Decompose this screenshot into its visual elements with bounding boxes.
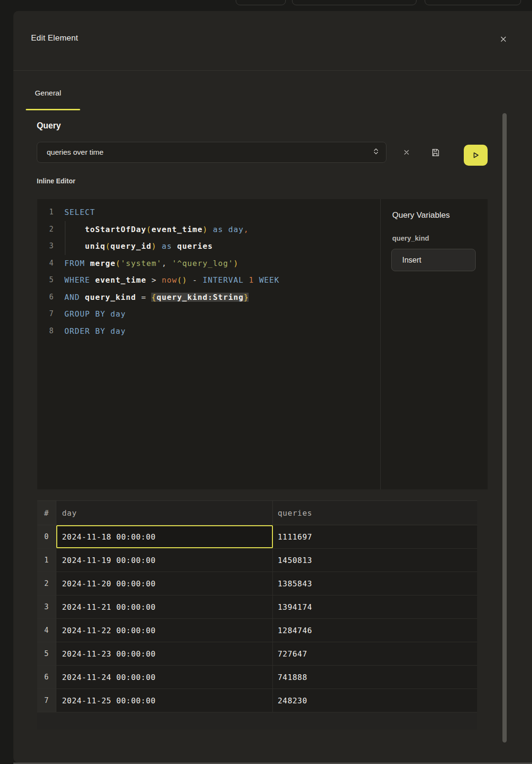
sql-code-editor[interactable]: 1SELECT2 toStartOfDay(event_time) as day… xyxy=(37,199,380,489)
code-lines: 1SELECT2 toStartOfDay(event_time) as day… xyxy=(37,204,380,340)
row-index: 0 xyxy=(37,525,56,548)
query-select[interactable]: queries over time xyxy=(37,142,386,163)
cell-day[interactable]: 2024-11-25 00:00:00 xyxy=(56,689,273,712)
variable-name-label: query_kind xyxy=(392,234,488,242)
chevron-up-down-icon xyxy=(373,148,379,157)
code-text: SELECT xyxy=(64,204,95,221)
code-line: 4FROM merge('system', '^query_log') xyxy=(37,255,380,272)
code-line: 2 toStartOfDay(event_time) as day, xyxy=(37,221,380,238)
header-divider xyxy=(13,70,532,71)
cell-queries[interactable]: 1284746 xyxy=(273,619,477,642)
background-tab-outline xyxy=(425,0,521,5)
table-footer-band xyxy=(37,712,477,730)
save-floppy-icon xyxy=(430,148,440,158)
cell-day[interactable]: 2024-11-19 00:00:00 xyxy=(56,549,273,572)
column-header-day: day xyxy=(56,501,273,525)
page-title: Edit Element xyxy=(31,33,78,43)
close-button[interactable] xyxy=(496,32,511,46)
query-variables-panel: Query Variables query_kindInsert xyxy=(381,199,488,489)
code-text: AND query_kind = {query_kind:String} xyxy=(64,289,249,306)
row-index: 1 xyxy=(37,549,56,572)
table-row: 72024-11-25 00:00:00248230 xyxy=(37,689,477,712)
line-number: 5 xyxy=(37,272,53,289)
results-table: # day queries 02024-11-18 00:00:00111169… xyxy=(37,500,477,730)
row-index: 3 xyxy=(37,595,56,618)
close-icon xyxy=(500,36,507,42)
query-variables-title: Query Variables xyxy=(392,211,488,220)
cell-queries[interactable]: 741888 xyxy=(273,666,477,689)
run-query-button[interactable] xyxy=(464,145,488,166)
code-text: toStartOfDay(event_time) as day, xyxy=(64,221,249,238)
table-row: 32024-11-21 00:00:001394174 xyxy=(37,595,477,619)
code-line: 1SELECT xyxy=(37,204,380,221)
code-text: WHERE event_time > now() - INTERVAL 1 WE… xyxy=(64,272,280,289)
line-number: 1 xyxy=(37,204,53,221)
table-header: # day queries xyxy=(37,500,477,525)
line-number: 8 xyxy=(37,323,53,340)
cell-day[interactable]: 2024-11-20 00:00:00 xyxy=(56,572,273,595)
background-tab-outline xyxy=(292,0,417,5)
code-line: 8ORDER BY day xyxy=(37,323,380,340)
line-number: 3 xyxy=(37,238,53,255)
line-number: 4 xyxy=(37,255,53,272)
indent-guide xyxy=(65,221,65,255)
play-icon xyxy=(471,150,480,160)
code-text: FROM merge('system', '^query_log') xyxy=(64,255,239,272)
cell-queries[interactable]: 1394174 xyxy=(273,595,477,618)
cell-queries[interactable]: 1385843 xyxy=(273,572,477,595)
code-line: 6AND query_kind = {query_kind:String} xyxy=(37,289,380,306)
line-number: 2 xyxy=(37,221,53,238)
insert-variable-button[interactable]: Insert xyxy=(391,249,476,271)
cell-queries[interactable]: 248230 xyxy=(273,689,477,712)
edit-element-modal: Edit Element General Query queries over … xyxy=(13,11,532,763)
cell-day[interactable]: 2024-11-22 00:00:00 xyxy=(56,619,273,642)
tab-general[interactable]: General xyxy=(35,89,61,97)
cell-queries[interactable]: 1450813 xyxy=(273,549,477,572)
background-tab-outline xyxy=(236,0,286,5)
table-row: 42024-11-22 00:00:001284746 xyxy=(37,619,477,642)
table-row: 62024-11-24 00:00:00741888 xyxy=(37,666,477,689)
cell-queries[interactable]: 727647 xyxy=(273,642,477,665)
cell-day-selected[interactable]: 2024-11-18 00:00:00 xyxy=(56,525,273,548)
code-text: ORDER BY day xyxy=(64,323,126,340)
line-number: 6 xyxy=(37,289,53,306)
row-index: 7 xyxy=(37,689,56,712)
query-section-heading: Query xyxy=(37,121,61,131)
cell-day[interactable]: 2024-11-23 00:00:00 xyxy=(56,642,273,665)
code-text: uniq(query_id) as queries xyxy=(64,238,213,255)
code-line: 5WHERE event_time > now() - INTERVAL 1 W… xyxy=(37,272,380,289)
table-body: 02024-11-18 00:00:00111169712024-11-19 0… xyxy=(37,525,477,712)
column-header-index: # xyxy=(37,501,56,525)
cell-day[interactable]: 2024-11-24 00:00:00 xyxy=(56,666,273,689)
table-row: 02024-11-18 00:00:001111697 xyxy=(37,525,477,549)
clear-x-icon xyxy=(404,149,409,155)
clear-query-button[interactable] xyxy=(400,146,413,159)
code-line: 3 uniq(query_id) as queries xyxy=(37,238,380,255)
row-index: 6 xyxy=(37,666,56,689)
inline-editor-label: Inline Editor xyxy=(37,177,75,185)
sql-editor-container: 1SELECT2 toStartOfDay(event_time) as day… xyxy=(37,199,488,489)
save-query-button[interactable] xyxy=(427,145,443,160)
cell-queries[interactable]: 1111697 xyxy=(273,525,477,548)
query-variables-list: query_kindInsert xyxy=(392,234,488,271)
column-header-queries: queries xyxy=(273,501,477,525)
line-number: 7 xyxy=(37,306,53,323)
query-select-value: queries over time xyxy=(47,148,104,157)
modal-scrollbar[interactable] xyxy=(502,113,507,743)
table-row: 12024-11-19 00:00:001450813 xyxy=(37,549,477,572)
code-text: GROUP BY day xyxy=(64,306,126,323)
row-index: 2 xyxy=(37,572,56,595)
table-row: 52024-11-23 00:00:00727647 xyxy=(37,642,477,666)
cell-day[interactable]: 2024-11-21 00:00:00 xyxy=(56,595,273,618)
table-row: 22024-11-20 00:00:001385843 xyxy=(37,572,477,595)
row-index: 4 xyxy=(37,619,56,642)
active-tab-underline xyxy=(26,109,80,110)
row-index: 5 xyxy=(37,642,56,665)
code-line: 7GROUP BY day xyxy=(37,306,380,323)
